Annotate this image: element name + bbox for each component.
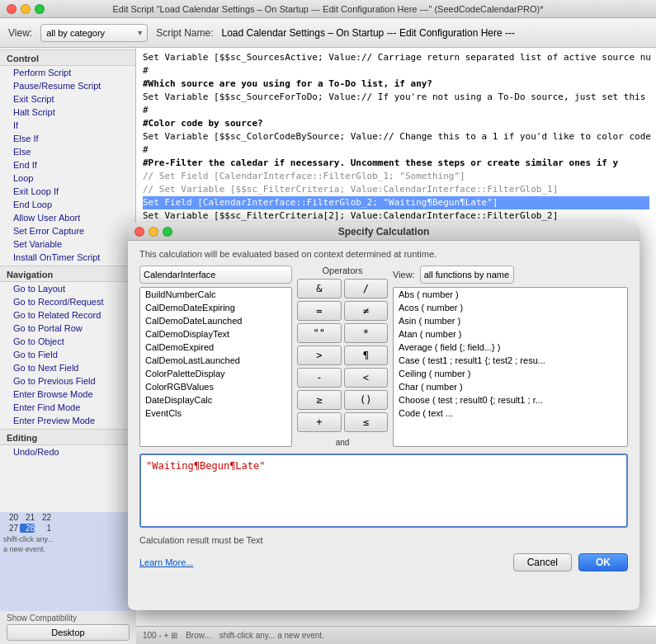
context-select[interactable]: CalendarInterface xyxy=(139,266,292,284)
list-item[interactable]: Choose ( test ; result0 {; result1 ; r..… xyxy=(394,393,627,407)
list-item[interactable]: Case ( test1 ; result1 {; test2 ; resu..… xyxy=(394,354,627,367)
script-line: Set Variable [$$sc_ColorCodeBySource; Va… xyxy=(143,130,649,143)
op-paren-btn[interactable]: () xyxy=(344,390,389,410)
functions-header: View: all functions by name all function… xyxy=(393,266,628,284)
sidebar-section-control: Control xyxy=(0,49,135,66)
list-item[interactable]: CalDemoExpired xyxy=(140,341,291,354)
sidebar-item-enter-find-mode[interactable]: Enter Find Mode xyxy=(0,401,135,414)
sidebar-item-end-if[interactable]: End If xyxy=(0,158,135,172)
fields-column: CalendarInterface BuildNumberCalc CalDem… xyxy=(139,266,292,447)
script-name-value: Load Calendar Settings – On Startup --- … xyxy=(222,27,516,39)
list-item[interactable]: Atan ( number ) xyxy=(394,327,627,341)
op-gte-btn[interactable]: ≥ xyxy=(297,390,342,410)
list-item[interactable]: BuildNumberCalc xyxy=(140,288,291,301)
list-item[interactable]: Asin ( number ) xyxy=(394,314,627,327)
script-line: #Which source are you using for a To-Do … xyxy=(143,78,649,91)
sidebar-item-set-error-capture[interactable]: Set Error Capture xyxy=(0,224,135,237)
op-gt-btn[interactable]: > xyxy=(297,346,342,365)
op-lt-btn[interactable]: < xyxy=(344,368,389,388)
minimize-button[interactable] xyxy=(21,4,31,14)
sidebar-item-exit-script[interactable]: Exit Script xyxy=(0,92,135,106)
context-select-wrapper[interactable]: CalendarInterface xyxy=(139,266,292,287)
operator-grid: & / = ≠ "" * > ¶ - < ≥ () + ≤ xyxy=(297,279,388,432)
sidebar-item-go-to-related-record[interactable]: Go to Related Record xyxy=(0,308,135,322)
list-item[interactable]: ColorPaletteDisplay xyxy=(140,367,291,380)
calendar-row: 27 28 1 xyxy=(0,523,136,534)
list-item[interactable]: Abs ( number ) xyxy=(394,288,627,301)
calendar-background: 20 21 22 27 28 1 shift-click any... a ne… xyxy=(0,512,136,611)
sidebar-item-undo-redo[interactable]: Undo/Redo xyxy=(0,445,135,458)
sidebar-item-go-to-record[interactable]: Go to Record/Request xyxy=(0,295,135,308)
sidebar-item-install-ontimer[interactable]: Install OnTimer Script xyxy=(0,251,135,264)
sidebar-item-allow-user-abort[interactable]: Allow User Abort xyxy=(0,211,135,224)
sidebar-item-set-variable[interactable]: Set Variable xyxy=(0,237,135,251)
cancel-button[interactable]: Cancel xyxy=(513,553,572,571)
sidebar-item-pause-resume[interactable]: Pause/Resume Script xyxy=(0,79,135,92)
sidebar-item-enter-browse-mode[interactable]: Enter Browse Mode xyxy=(0,388,135,401)
list-item[interactable]: ColorRGBValues xyxy=(140,380,291,393)
functions-listbox[interactable]: Abs ( number ) Acos ( number ) Asin ( nu… xyxy=(393,287,628,447)
list-item[interactable]: Ceiling ( number ) xyxy=(394,367,627,380)
dialog-close-button[interactable] xyxy=(135,227,144,237)
desktop-button[interactable]: Desktop xyxy=(7,624,130,641)
script-line: Set Variable [$$sc_FilterCriteria[2]; Va… xyxy=(143,209,649,223)
calculation-textarea[interactable]: "Waiting¶Begun¶Late" xyxy=(139,454,628,528)
functions-select-wrapper[interactable]: all functions by name all functions by t… xyxy=(420,266,628,284)
op-div-btn[interactable]: / xyxy=(344,279,389,298)
sidebar-item-end-loop[interactable]: End Loop xyxy=(0,198,135,211)
sidebar-item-enter-preview-mode[interactable]: Enter Preview Mode xyxy=(0,414,135,427)
list-item[interactable]: Code ( text ... xyxy=(394,407,627,420)
list-item[interactable]: Char ( number ) xyxy=(394,380,627,393)
view-select-wrapper[interactable]: all by category ▼ xyxy=(40,24,148,42)
list-item[interactable]: EventCls xyxy=(140,407,291,420)
status-bar: 100 - + ⊞ Brow... shift-click any... a n… xyxy=(136,626,656,644)
op-quote-btn[interactable]: "" xyxy=(297,323,342,343)
list-item[interactable]: DateDisplayCalc xyxy=(140,393,291,407)
op-and-btn[interactable]: & xyxy=(297,279,342,298)
list-item[interactable]: CalDemoDateLaunched xyxy=(140,314,291,327)
functions-select[interactable]: all functions by name all functions by t… xyxy=(420,266,514,284)
list-item[interactable]: Acos ( number ) xyxy=(394,301,627,314)
fields-listbox[interactable]: BuildNumberCalc CalDemoDateExpiring CalD… xyxy=(139,287,292,447)
op-lte-btn[interactable]: ≤ xyxy=(344,412,389,432)
sidebar-item-exit-loop-if[interactable]: Exit Loop If xyxy=(0,185,135,198)
script-name-label: Script Name: xyxy=(156,27,213,39)
sidebar-item-go-to-portal-row[interactable]: Go to Portal Row xyxy=(0,322,135,335)
op-neq-btn[interactable]: ≠ xyxy=(344,301,389,321)
maximize-button[interactable] xyxy=(35,4,45,14)
list-item[interactable]: CalDemoDateExpiring xyxy=(140,301,291,314)
dialog-maximize-button[interactable] xyxy=(163,227,172,237)
sidebar-item-halt-script[interactable]: Halt Script xyxy=(0,106,135,119)
list-item[interactable]: Average ( field {; field...} ) xyxy=(394,341,627,354)
sidebar-item-perform-script[interactable]: Perform Script xyxy=(0,66,135,79)
close-button[interactable] xyxy=(7,4,17,14)
bottom-bar: Show Compatibility Desktop xyxy=(0,609,136,644)
show-compat-label: Show Compatibility xyxy=(7,613,130,623)
sidebar-item-go-to-field[interactable]: Go to Field xyxy=(0,348,135,361)
op-para-btn[interactable]: ¶ xyxy=(344,346,389,365)
cal-hint2: a new event. xyxy=(0,545,136,553)
op-minus-btn[interactable]: - xyxy=(297,368,342,388)
op-eq-btn[interactable]: = xyxy=(297,301,342,321)
learn-more-link[interactable]: Learn More... xyxy=(139,557,193,567)
dialog-minimize-button[interactable] xyxy=(149,227,158,237)
op-mul-btn[interactable]: * xyxy=(344,323,389,343)
script-line: // Set Variable [$$sc_FilterCriteria; Va… xyxy=(143,183,649,196)
list-item[interactable]: CalDemoDisplayText xyxy=(140,327,291,341)
sidebar-item-go-to-previous-field[interactable]: Go to Previous Field xyxy=(0,374,135,388)
sidebar-item-else-if[interactable]: Else If xyxy=(0,132,135,145)
op-plus-btn[interactable]: + xyxy=(297,412,342,432)
sidebar-item-go-to-next-field[interactable]: Go to Next Field xyxy=(0,361,135,374)
zoom-level: 100 - + ⊞ xyxy=(143,631,177,640)
sidebar-item-if[interactable]: If xyxy=(0,119,135,132)
sidebar-item-loop[interactable]: Loop xyxy=(0,172,135,185)
sidebar-item-go-to-layout[interactable]: Go to Layout xyxy=(0,282,135,295)
sidebar-item-go-to-object[interactable]: Go to Object xyxy=(0,335,135,348)
dialog-traffic-lights xyxy=(135,227,172,237)
sidebar-item-else[interactable]: Else xyxy=(0,145,135,158)
ok-button[interactable]: OK xyxy=(578,553,628,571)
cal-cell: 22 xyxy=(36,513,51,522)
view-select[interactable]: all by category xyxy=(40,24,148,42)
list-item[interactable]: CalDemoLastLaunched xyxy=(140,354,291,367)
script-line: Set Variable [$$sc_SourcesActive; Value:… xyxy=(143,51,649,64)
